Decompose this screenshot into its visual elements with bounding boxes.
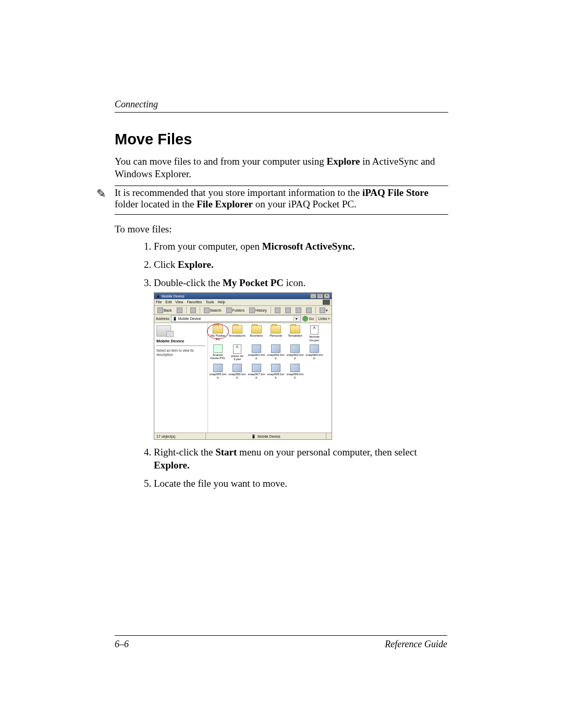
file-item[interactable]: snap003.bmp [286, 344, 304, 361]
file-item[interactable]: snap008.bmp [267, 364, 285, 379]
bmp-icon [252, 364, 261, 372]
file-item[interactable]: press rel 2.pwi [228, 344, 246, 361]
window-titlebar[interactable]: 📱 Mobile Device _ □ × [154, 293, 332, 299]
bmp-icon [290, 344, 300, 353]
menu-view[interactable]: View [175, 300, 183, 305]
intro-paragraph: You can move files to and from your comp… [115, 155, 448, 180]
file-item-label: Templates [286, 334, 304, 337]
note-post: on your iPAQ Pocket PC. [253, 199, 357, 209]
step1-pre: From your computer, open [154, 241, 262, 252]
bmp-icon [290, 364, 300, 372]
intro-bold: Explore [327, 156, 360, 167]
window-title: 📱 Mobile Device [156, 294, 185, 299]
file-item[interactable]: snap007.bmp [248, 364, 265, 379]
file-row-3: snap005.bmpsnap006.bmpsnap007.bmpsnap008… [209, 364, 331, 379]
go-button[interactable]: Go [302, 316, 313, 322]
book-title: Reference Guide [385, 639, 447, 650]
tab-icon [213, 325, 223, 334]
bmp-icon [310, 344, 319, 353]
views-button[interactable]: ▾ [318, 306, 329, 314]
bmp-icon [271, 344, 280, 353]
step3-post: icon. [284, 277, 305, 288]
status-bar: 17 object(s) 📱 Mobile Device [154, 433, 332, 439]
copyto-button[interactable] [284, 306, 292, 314]
pxl-icon [213, 344, 223, 353]
side-panel: Mobile Device Select an item to view its… [154, 323, 208, 433]
file-item-label: snap006.bmp [228, 373, 246, 379]
step3-bold: My Pocket PC [223, 277, 284, 288]
address-label: Address [156, 316, 169, 321]
menu-tools[interactable]: Tools [205, 300, 214, 305]
file-item[interactable]: Personal [267, 325, 285, 342]
doc-icon [233, 344, 241, 354]
toolbar: Back Search Folders History ▾ [154, 306, 332, 315]
step2-bold: Explore. [178, 259, 214, 270]
file-item-label: press rel 2.pwi [228, 354, 246, 361]
file-item-label: Personal [267, 334, 285, 337]
step-2: Click Explore. [154, 258, 448, 272]
file-item[interactable]: snap004.bmp [305, 344, 323, 361]
page-number: 6–6 [115, 639, 129, 650]
file-item[interactable]: favorite list.pwi [305, 325, 323, 342]
window-max-button[interactable]: □ [317, 293, 323, 299]
running-header: Connecting [115, 99, 448, 110]
up-button[interactable] [189, 306, 198, 314]
undo-button[interactable] [304, 306, 313, 314]
file-item-label: finance house.PXL [209, 353, 227, 360]
status-location: 📱 Mobile Device [206, 433, 326, 439]
folders-button[interactable]: Folders [225, 306, 246, 314]
bmp-icon [213, 364, 223, 372]
tab-icon [290, 325, 300, 334]
forward-button[interactable] [175, 306, 184, 314]
delete-button[interactable] [294, 306, 303, 314]
file-item-label: Business [248, 334, 265, 337]
history-button[interactable]: History [248, 306, 268, 314]
file-item-label: snap001.bmp [248, 353, 265, 360]
note-icon: ✎ [96, 187, 106, 201]
file-item[interactable]: snap005.bmp [209, 364, 227, 379]
note-pre: It is recommended that you store importa… [115, 187, 362, 198]
file-pane[interactable]: My Pocket PCAnnotationsBusinessPersonalT… [208, 323, 332, 433]
address-input[interactable]: 📱 Mobile Device ▾ [171, 315, 301, 322]
search-button[interactable]: Search [202, 306, 223, 314]
file-item-label: snap004.bmp [305, 353, 323, 360]
file-item[interactable]: Templates [286, 325, 304, 342]
step4-b1: Start [215, 447, 237, 458]
file-item[interactable]: Business [248, 325, 265, 342]
address-value: Mobile Device [178, 316, 201, 321]
menu-favorites[interactable]: Favorites [187, 300, 202, 305]
doc-icon [310, 325, 319, 335]
step3-pre: Double-click the [154, 277, 223, 288]
intro-pre: You can move files to and from your comp… [115, 156, 327, 167]
status-object-count: 17 object(s) [154, 433, 206, 439]
window-close-button[interactable]: × [324, 293, 330, 299]
links-label[interactable]: Links » [319, 316, 330, 321]
step4-mid: menu on your personal computer, then sel… [237, 447, 417, 458]
tab-icon [232, 325, 242, 334]
file-item-label: My Pocket PC [209, 334, 227, 341]
menu-help[interactable]: Help [218, 300, 225, 305]
file-item[interactable]: snap006.bmp [228, 364, 246, 379]
file-item[interactable]: snap001.bmp [248, 344, 265, 361]
step4-pre: Right-click the [154, 447, 215, 458]
menu-edit[interactable]: Edit [165, 300, 172, 305]
header-rule [115, 112, 448, 113]
menu-file[interactable]: File [156, 300, 162, 305]
note-b2: File Explorer [197, 199, 253, 209]
step2-pre: Click [154, 259, 178, 270]
file-item[interactable]: snap009.bmp [286, 364, 304, 379]
step-1: From your computer, open Microsoft Activ… [154, 240, 448, 253]
page-footer: 6–6 Reference Guide [115, 635, 447, 650]
moveto-button[interactable] [273, 306, 282, 314]
window-min-button[interactable]: _ [310, 293, 316, 299]
file-item[interactable]: finance house.PXL [209, 344, 227, 361]
file-item[interactable]: My Pocket PC [209, 325, 227, 342]
back-button[interactable]: Back [156, 306, 174, 314]
step-5: Locate the file you want to move. [154, 477, 448, 490]
file-item-label: Annotations [228, 334, 246, 337]
address-dropdown-icon[interactable]: ▾ [293, 316, 299, 321]
throbber-icon [323, 300, 330, 305]
file-item[interactable]: snap002.bmp [267, 344, 285, 361]
file-item[interactable]: Annotations [228, 325, 246, 342]
tab-icon [271, 325, 281, 334]
